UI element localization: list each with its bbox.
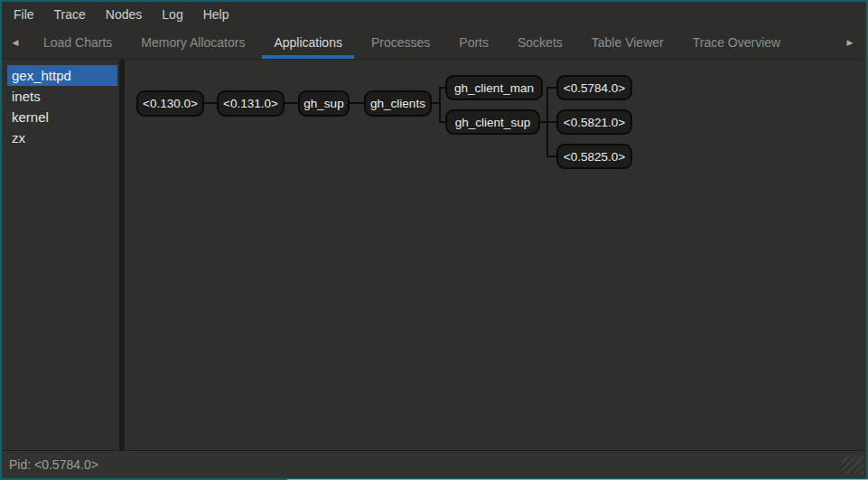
app-list-item-gex-httpd[interactable]: gex_httpd bbox=[7, 65, 117, 86]
process-node[interactable]: <0.131.0> bbox=[217, 90, 285, 117]
process-node[interactable]: <0.5825.0> bbox=[556, 144, 632, 169]
status-bar: Pid: <0.5784.0> bbox=[2, 450, 866, 478]
tab-scroll-right-button[interactable]: ▶ bbox=[834, 26, 866, 59]
application-list: gex_httpd inets kernel zx bbox=[7, 65, 117, 450]
menu-nodes[interactable]: Nodes bbox=[96, 4, 152, 25]
tree-connector bbox=[350, 102, 364, 104]
process-node[interactable]: <0.5784.0> bbox=[556, 75, 632, 100]
left-triangle-icon: ◀ bbox=[13, 38, 19, 47]
app-list-item-zx[interactable]: zx bbox=[7, 127, 117, 148]
tree-connector bbox=[285, 102, 298, 104]
process-node[interactable]: gh_client_man bbox=[445, 75, 543, 100]
tab-trace-overview[interactable]: Trace Overview bbox=[678, 26, 796, 59]
tree-connector bbox=[439, 87, 445, 89]
process-node[interactable]: <0.5821.0> bbox=[556, 109, 632, 135]
tab-ports[interactable]: Ports bbox=[444, 26, 503, 59]
resize-grip-icon[interactable] bbox=[842, 456, 863, 475]
process-tree: <0.130.0> <0.131.0> gh_sup gh_clients gh… bbox=[127, 60, 866, 450]
process-node[interactable]: gh_clients bbox=[364, 90, 432, 117]
menu-trace[interactable]: Trace bbox=[44, 4, 96, 25]
observer-window: File Trace Nodes Log Help ◀ Load Charts … bbox=[0, 0, 868, 480]
tree-connector bbox=[204, 102, 217, 104]
right-triangle-icon: ▶ bbox=[847, 38, 854, 47]
tab-processes[interactable]: Processes bbox=[357, 26, 444, 59]
tab-load-charts[interactable]: Load Charts bbox=[29, 26, 126, 59]
tab-memory-allocators[interactable]: Memory Allocators bbox=[126, 26, 259, 59]
process-node[interactable]: gh_sup bbox=[298, 90, 350, 117]
tree-connector bbox=[439, 87, 441, 123]
tree-connector bbox=[439, 121, 445, 123]
sidebar-scrollbar[interactable] bbox=[119, 60, 125, 450]
applications-panel: gex_httpd inets kernel zx bbox=[2, 60, 866, 450]
tab-applications[interactable]: Applications bbox=[259, 26, 357, 59]
tree-connector bbox=[546, 121, 556, 123]
tab-bar: ◀ Load Charts Memory Allocators Applicat… bbox=[2, 26, 866, 60]
tab-table-viewer[interactable]: Table Viewer bbox=[577, 26, 678, 59]
status-pid-text: Pid: <0.5784.0> bbox=[9, 457, 98, 472]
tab-sockets[interactable]: Sockets bbox=[503, 26, 577, 59]
menu-help[interactable]: Help bbox=[193, 4, 239, 25]
process-node[interactable]: <0.130.0> bbox=[136, 90, 204, 117]
menu-log[interactable]: Log bbox=[152, 4, 192, 25]
tree-connector bbox=[546, 87, 556, 89]
process-node[interactable]: gh_client_sup bbox=[445, 109, 540, 135]
window-body: File Trace Nodes Log Help ◀ Load Charts … bbox=[2, 2, 866, 478]
menu-bar: File Trace Nodes Log Help bbox=[2, 2, 866, 26]
app-list-item-kernel[interactable]: kernel bbox=[7, 107, 117, 127]
tree-connector bbox=[546, 155, 556, 157]
app-list-item-inets[interactable]: inets bbox=[7, 86, 117, 107]
tab-scroll-left-button[interactable]: ◀ bbox=[2, 26, 29, 59]
menu-file[interactable]: File bbox=[4, 4, 44, 25]
